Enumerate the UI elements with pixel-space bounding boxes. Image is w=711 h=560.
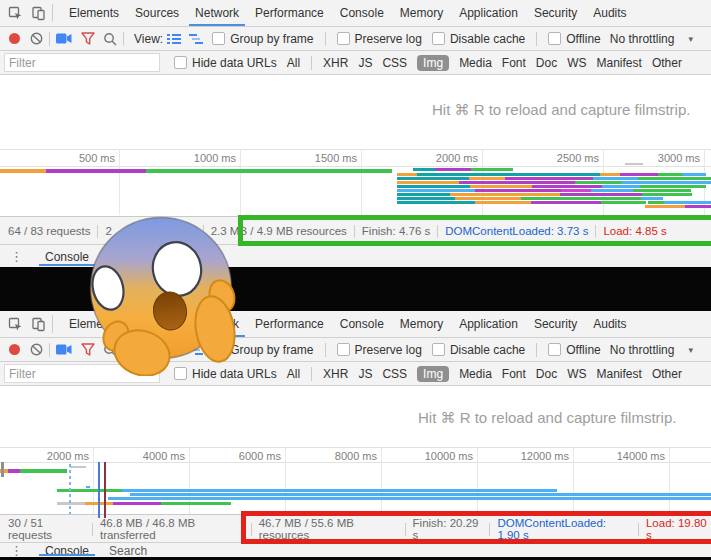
tab-performance[interactable]: Performance: [247, 311, 332, 337]
type-filter-css[interactable]: CSS: [382, 56, 407, 70]
tab-security[interactable]: Security: [526, 311, 585, 337]
view-label: View:: [134, 32, 163, 46]
finish-time: Finish: 4.76 s: [362, 225, 430, 237]
type-filter-js[interactable]: JS: [358, 56, 372, 70]
tab-elements[interactable]: Elements: [61, 0, 127, 26]
domcontentloaded-time: DOMContentLoaded: 3.73 s: [445, 225, 588, 237]
divider: [325, 343, 326, 357]
divider: [325, 32, 326, 46]
throttling-dropdown[interactable]: No throttling: [610, 32, 675, 46]
tab-network[interactable]: Network: [187, 0, 247, 26]
type-filter-other[interactable]: Other: [652, 367, 682, 381]
divider: [536, 343, 537, 357]
divider: [52, 4, 53, 22]
resource-type-filters: AllXHRJSCSSImgMediaFontDocWSManifestOthe…: [282, 55, 687, 71]
devtools-tabs: ElementsSourcesNetworkPerformanceConsole…: [61, 0, 635, 26]
type-filter-img[interactable]: Img: [417, 55, 449, 71]
drawer-tab-console[interactable]: Console: [35, 543, 99, 558]
requests-count: 64 / 83 requests: [8, 225, 90, 237]
tab-sources[interactable]: Sources: [127, 0, 187, 26]
type-filter-xhr[interactable]: XHR: [323, 367, 348, 381]
type-filter-js[interactable]: JS: [358, 367, 372, 381]
type-filter-manifest[interactable]: Manifest: [597, 56, 642, 70]
divider: [311, 367, 312, 381]
network-status-bar: 30 / 51 requests 46.8 MB / 46.8 MB trans…: [0, 514, 711, 543]
chevron-down-icon[interactable]: ▾: [688, 345, 693, 355]
type-filter-all[interactable]: All: [287, 56, 300, 70]
filmstrip-camera-icon[interactable]: [56, 344, 72, 355]
view-list-icon[interactable]: [167, 33, 181, 45]
record-button[interactable]: [9, 344, 20, 355]
group-by-frame-checkbox[interactable]: Group by frame: [212, 32, 313, 46]
offline-checkbox[interactable]: Offline: [548, 32, 600, 46]
filter-input[interactable]: [4, 53, 160, 72]
type-filter-media[interactable]: Media: [459, 367, 492, 381]
tab-memory[interactable]: Memory: [392, 311, 451, 337]
device-toolbar-icon[interactable]: [31, 317, 46, 332]
more-options-icon[interactable]: ⋮: [10, 249, 23, 264]
type-filter-all[interactable]: All: [287, 367, 300, 381]
clear-icon[interactable]: [30, 343, 43, 356]
more-options-icon[interactable]: ⋮: [10, 543, 23, 558]
inspect-element-icon[interactable]: [8, 317, 23, 332]
tab-application[interactable]: Application: [451, 0, 526, 26]
load-time: Load: 19.80 s: [646, 517, 711, 541]
domcontentloaded-time: DOMContentLoaded: 1.90 s: [497, 517, 631, 541]
resource-type-filters: AllXHRJSCSSImgMediaFontDocWSManifestOthe…: [282, 366, 687, 382]
drawer-tab-bar: ⋮ ConsoleSearch: [0, 542, 711, 558]
type-filter-media[interactable]: Media: [459, 56, 492, 70]
screaming-face-emoji: [86, 212, 238, 376]
requests-count: 30 / 51 requests: [8, 517, 85, 541]
type-filter-manifest[interactable]: Manifest: [597, 367, 642, 381]
type-filter-doc[interactable]: Doc: [536, 367, 557, 381]
finish-time: Finish: 20.29 s: [413, 517, 483, 541]
inspect-element-icon[interactable]: [8, 6, 23, 21]
tab-console[interactable]: Console: [332, 311, 392, 337]
type-filter-xhr[interactable]: XHR: [323, 56, 348, 70]
offline-checkbox[interactable]: Offline: [548, 343, 600, 357]
tab-audits[interactable]: Audits: [585, 311, 634, 337]
type-filter-css[interactable]: CSS: [382, 367, 407, 381]
divider: [123, 32, 124, 46]
divider: [52, 315, 53, 333]
divider: [49, 343, 50, 357]
chevron-down-icon[interactable]: ▾: [688, 34, 693, 44]
type-filter-doc[interactable]: Doc: [536, 56, 557, 70]
device-toolbar-icon[interactable]: [31, 6, 46, 21]
hide-data-urls-checkbox[interactable]: Hide data URLs: [174, 56, 277, 70]
divider: [536, 32, 537, 46]
type-filter-ws[interactable]: WS: [567, 367, 586, 381]
network-filter-bar: Hide data URLs AllXHRJSCSSImgMediaFontDo…: [0, 51, 711, 75]
view-waterfall-icon[interactable]: [189, 33, 203, 45]
drawer-tab-search[interactable]: Search: [99, 543, 157, 558]
type-filter-img[interactable]: Img: [417, 366, 449, 382]
tab-performance[interactable]: Performance: [247, 0, 332, 26]
tab-console[interactable]: Console: [332, 0, 392, 26]
preserve-log-checkbox[interactable]: Preserve log: [337, 32, 422, 46]
type-filter-font[interactable]: Font: [502, 367, 526, 381]
throttling-dropdown[interactable]: No throttling: [610, 343, 675, 357]
clear-icon[interactable]: [30, 32, 43, 45]
tab-security[interactable]: Security: [526, 0, 585, 26]
divider: [49, 32, 50, 46]
filter-funnel-icon[interactable]: [81, 32, 95, 45]
tab-application[interactable]: Application: [451, 311, 526, 337]
tab-memory[interactable]: Memory: [392, 0, 451, 26]
search-icon[interactable]: [103, 32, 117, 46]
type-filter-other[interactable]: Other: [652, 56, 682, 70]
type-filter-font[interactable]: Font: [502, 56, 526, 70]
disable-cache-checkbox[interactable]: Disable cache: [432, 343, 525, 357]
disable-cache-checkbox[interactable]: Disable cache: [432, 32, 525, 46]
preserve-log-checkbox[interactable]: Preserve log: [337, 343, 422, 357]
screenshot-root: ElementsSourcesNetworkPerformanceConsole…: [0, 0, 711, 560]
load-time: Load: 4.85 s: [603, 225, 666, 237]
resources-size: 46.7 MB / 55.6 MB resources: [259, 517, 398, 541]
filmstrip-camera-icon[interactable]: [56, 33, 72, 44]
drawer-tabs: ConsoleSearch: [35, 543, 157, 558]
type-filter-ws[interactable]: WS: [567, 56, 586, 70]
record-button[interactable]: [9, 33, 20, 44]
divider: [311, 56, 312, 70]
tab-audits[interactable]: Audits: [585, 0, 634, 26]
devtools-tab-bar: ElementsSourcesNetworkPerformanceConsole…: [0, 0, 711, 27]
transferred-size: 46.8 MB / 46.8 MB transferred: [100, 517, 244, 541]
